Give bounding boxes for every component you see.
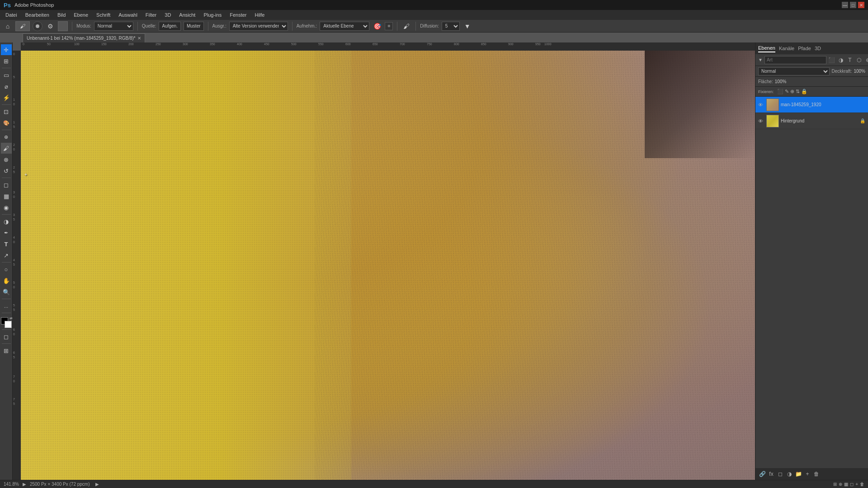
menu-bild[interactable]: Bild xyxy=(54,11,69,19)
add-layer-status-icon[interactable]: + xyxy=(855,482,858,487)
add-mask-button[interactable]: ◻ xyxy=(776,470,784,478)
source-aufgen-button[interactable]: Aufgen. xyxy=(159,22,180,31)
type-layer-icon[interactable]: T xyxy=(846,56,854,64)
delete-icon[interactable]: 🗑 xyxy=(860,482,864,487)
menu-fenster[interactable]: Fenster xyxy=(226,11,250,19)
menu-ansicht[interactable]: Ansicht xyxy=(175,11,199,19)
arrange-icon[interactable]: ▦ xyxy=(844,482,848,487)
history-brush-tool[interactable]: ↺ xyxy=(1,165,12,176)
brush-tool[interactable]: 🖌 xyxy=(1,143,12,154)
close-button[interactable]: ✕ xyxy=(858,2,864,8)
menu-filter[interactable]: Filter xyxy=(142,11,160,19)
shape-layer-icon[interactable]: ⬡ xyxy=(855,56,863,64)
hand-tool[interactable]: ✋ xyxy=(1,275,12,286)
source-muster-button[interactable]: Muster xyxy=(184,22,204,31)
layer-item-man[interactable]: 👁 man-1845259_1920 xyxy=(755,97,868,113)
clone-stamp-tool[interactable]: ⊗ xyxy=(1,154,12,165)
shape-tool[interactable]: ○ xyxy=(1,264,12,275)
menu-auswahl[interactable]: Auswahl xyxy=(115,11,141,19)
lock-pixels-icon[interactable]: ⬛ xyxy=(777,89,783,94)
paint-icon[interactable]: 🖌 xyxy=(401,21,411,31)
extra-tools[interactable]: … xyxy=(1,300,12,311)
spot-healing-tool[interactable]: ⊕ xyxy=(1,131,12,142)
menu-hilfe[interactable]: Hilfe xyxy=(251,11,268,19)
grid-icon[interactable]: ⊞ xyxy=(833,482,837,487)
menu-schrift[interactable]: Schrift xyxy=(93,11,114,19)
status-arrow[interactable]: ▶ xyxy=(23,482,26,487)
menu-3d[interactable]: 3D xyxy=(161,11,175,19)
layer-visibility-man[interactable]: 👁 xyxy=(758,102,764,108)
add-style-button[interactable]: fx xyxy=(767,470,775,478)
background-color[interactable] xyxy=(5,321,12,328)
move-tool[interactable]: ✛ xyxy=(1,44,12,55)
layer-name-man: man-1845259_1920 xyxy=(781,102,865,107)
home-button[interactable]: ⌂ xyxy=(3,21,13,31)
path-selection-tool[interactable]: ↗ xyxy=(1,250,12,261)
zoom-tool[interactable]: 🔍 xyxy=(1,286,12,297)
adjustment-layer-icon[interactable]: ◑ xyxy=(837,56,844,64)
smart-object-icon[interactable]: ⊕ xyxy=(864,56,868,64)
lock-main-icon[interactable]: 🔒 xyxy=(801,89,807,94)
preset-icon[interactable] xyxy=(58,21,68,31)
tab-pfade[interactable]: Pfade xyxy=(798,45,811,52)
menu-bearbeiten[interactable]: Bearbeiten xyxy=(22,11,53,19)
brush-settings-icon[interactable]: ⚙ xyxy=(45,21,55,31)
screen-mode-button[interactable]: ⊞ xyxy=(1,345,12,356)
menu-ebene[interactable]: Ebene xyxy=(70,11,92,19)
title-bar-controls: — □ ✕ xyxy=(842,2,864,8)
dodge-tool[interactable]: ◑ xyxy=(1,216,12,227)
layer-comp-icon[interactable]: ◻ xyxy=(850,482,854,487)
tab-kanaele[interactable]: Kanäle xyxy=(779,45,794,52)
pixel-layer-icon[interactable]: ⬛ xyxy=(828,56,835,64)
blur-tool[interactable]: ◉ xyxy=(1,202,12,213)
tab-close-button[interactable]: ✕ xyxy=(137,36,141,41)
snap-icon[interactable]: ⊕ xyxy=(839,482,842,487)
mode-select[interactable]: Normal Multiplizieren Abwedeln xyxy=(94,22,133,31)
minimize-button[interactable]: — xyxy=(842,2,848,8)
canvas-area[interactable]: + xyxy=(21,51,755,480)
canvas-yellow-region xyxy=(21,51,351,480)
document-info: 2500 Px × 3400 Px (72 ppcm) xyxy=(30,482,90,487)
rectangular-marquee-tool[interactable]: ▭ xyxy=(1,70,12,80)
tab-title: Unbenannt-1 bei 142% (man-1845259_1920, … xyxy=(27,36,136,41)
gradient-tool[interactable]: ▦ xyxy=(1,191,12,202)
brush-preset[interactable]: 🖌 xyxy=(15,21,30,31)
menu-plugins[interactable]: Plug-ins xyxy=(200,11,225,19)
delete-layer-button[interactable]: 🗑 xyxy=(812,470,821,478)
add-group-button[interactable]: 📁 xyxy=(794,470,802,478)
lasso-tool[interactable]: ⌀ xyxy=(1,81,12,92)
tab-3d[interactable]: 3D xyxy=(815,45,821,52)
menu-datei[interactable]: Datei xyxy=(2,11,21,19)
pen-tool[interactable]: ✒ xyxy=(1,227,12,238)
quick-select-tool[interactable]: ⚡ xyxy=(1,92,12,103)
diffusion-icon[interactable]: ▼ xyxy=(462,21,472,31)
maximize-button[interactable]: □ xyxy=(850,2,856,8)
blend-mode-select[interactable]: Normal Multiplizieren Aufhellen xyxy=(758,67,830,75)
swap-colors-button[interactable]: ⇄ xyxy=(9,316,13,320)
tool-preset-picker xyxy=(58,21,68,31)
document-tab[interactable]: Unbenannt-1 bei 142% (man-1845259_1920, … xyxy=(23,33,145,42)
layer-item-hintergrund[interactable]: 👁 Hintergrund 🔒 xyxy=(755,113,868,129)
apply-label: Aufnehm.: xyxy=(297,23,317,28)
layer-search-input[interactable] xyxy=(764,56,826,64)
sample-icon[interactable]: 🎯 xyxy=(372,21,382,31)
link-layers-button[interactable]: 🔗 xyxy=(758,470,766,478)
eraser-tool[interactable]: ◻ xyxy=(1,179,12,190)
add-adjustment-button[interactable]: ◑ xyxy=(785,470,793,478)
type-tool[interactable]: T xyxy=(1,239,12,249)
eyedropper-tool[interactable]: 🎨 xyxy=(1,117,12,128)
apply-select[interactable]: Aktuelle Ebene Alle Ebenen xyxy=(320,22,369,31)
quick-mask-button[interactable]: ◻ xyxy=(1,331,12,342)
artboard-tool[interactable]: ⊞ xyxy=(1,56,12,66)
diffusion-select[interactable]: 5 1234 67 xyxy=(442,22,460,31)
crop-tool[interactable]: ⊡ xyxy=(1,106,12,117)
layer-visibility-hintergrund[interactable]: 👁 xyxy=(758,118,764,124)
layer-name-hintergrund: Hintergrund xyxy=(781,118,858,123)
lock-position-icon[interactable]: ✎ xyxy=(785,89,789,94)
tab-ebenen[interactable]: Ebenen xyxy=(758,44,775,52)
add-layer-button[interactable]: + xyxy=(803,470,811,478)
output-select[interactable]: Alte Version verwenden Neue Version xyxy=(229,22,288,31)
opacity-label: Deckkraft: xyxy=(831,69,852,74)
lock-all-icon[interactable]: ⇅ xyxy=(796,89,800,94)
lock-artboard-icon[interactable]: ⊕ xyxy=(790,89,794,94)
